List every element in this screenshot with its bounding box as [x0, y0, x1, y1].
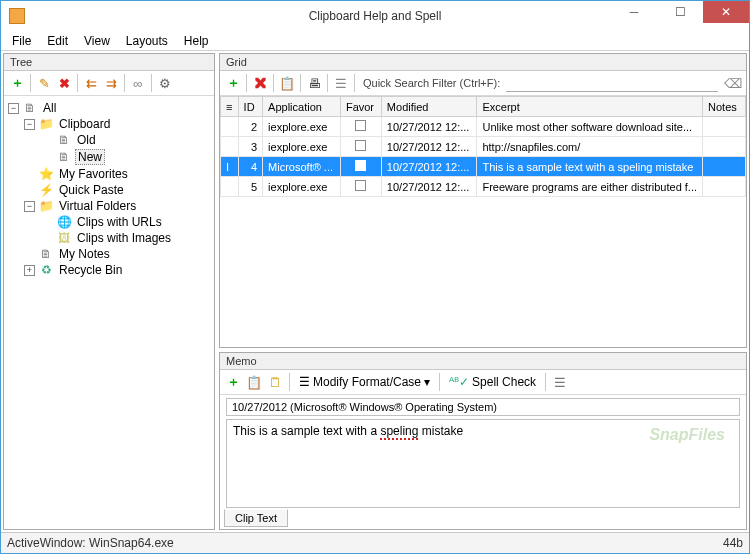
tree-label: Clipboard — [57, 117, 112, 131]
checkbox-icon[interactable] — [355, 160, 366, 171]
tree-node-new[interactable]: 🗎 New — [6, 148, 212, 166]
memo-content[interactable]: This is a sample text with a speling mis… — [226, 419, 740, 508]
memo-text-error: speling — [380, 424, 418, 440]
document-icon: 🗎 — [22, 101, 38, 115]
dropdown-icon: ▾ — [424, 375, 430, 389]
paste-icon[interactable]: 📋 — [245, 373, 263, 391]
maximize-button[interactable]: ☐ — [657, 1, 703, 23]
collapse-toggle-icon[interactable]: − — [24, 119, 35, 130]
cell-favor[interactable] — [340, 177, 381, 197]
row-marker: I — [221, 157, 239, 177]
collapse-toggle-icon[interactable]: − — [24, 201, 35, 212]
wrap-icon[interactable]: ☰ — [551, 373, 569, 391]
modify-format-button[interactable]: ☰ Modify Format/Case ▾ — [295, 374, 434, 390]
tree-node-urls[interactable]: 🌐 Clips with URLs — [6, 214, 212, 230]
minimize-button[interactable]: ─ — [611, 1, 657, 23]
grid-header-row: ≡ ID Application Favor Modified Excerpt … — [221, 97, 746, 117]
cell-id: 2 — [238, 117, 262, 137]
menu-file[interactable]: File — [5, 32, 38, 50]
cell-excerpt: http://snapfiles.com/ — [477, 137, 703, 157]
memo-text-before: This is a sample text with a — [233, 424, 380, 438]
col-excerpt[interactable]: Excerpt — [477, 97, 703, 117]
close-button[interactable]: ✕ — [703, 1, 749, 23]
tree-node-quickpaste[interactable]: ⚡ Quick Paste — [6, 182, 212, 198]
cell-modified: 10/27/2012 12:... — [381, 177, 477, 197]
tree-node-old[interactable]: 🗎 Old — [6, 132, 212, 148]
table-row[interactable]: 2iexplore.exe10/27/2012 12:...Unlike mos… — [221, 117, 746, 137]
cell-favor[interactable] — [340, 157, 381, 177]
cell-id: 4 — [238, 157, 262, 177]
table-row[interactable]: I4Microsoft® ...10/27/2012 12:...This is… — [221, 157, 746, 177]
table-row[interactable]: 3iexplore.exe10/27/2012 12:...http://sna… — [221, 137, 746, 157]
tree-header: Tree — [4, 54, 214, 71]
cell-favor[interactable] — [340, 137, 381, 157]
print-icon[interactable]: 🖶 — [305, 74, 323, 92]
add-icon[interactable]: ＋ — [8, 74, 26, 92]
tree-node-favorites[interactable]: ⭐ My Favorites — [6, 166, 212, 182]
add-icon[interactable]: ＋ — [224, 74, 242, 92]
cell-favor[interactable] — [340, 117, 381, 137]
col-app[interactable]: Application — [263, 97, 341, 117]
link-icon[interactable]: ∞ — [129, 74, 147, 92]
tab-cliptext[interactable]: Clip Text — [224, 509, 288, 527]
add-icon[interactable]: ＋ — [224, 373, 242, 391]
cell-excerpt: Unlike most other software download site… — [477, 117, 703, 137]
copy-icon[interactable]: 📋 — [278, 74, 296, 92]
col-notes[interactable]: Notes — [703, 97, 746, 117]
quick-search-input[interactable] — [506, 74, 718, 92]
grid-table-wrap[interactable]: ≡ ID Application Favor Modified Excerpt … — [220, 96, 746, 347]
filter-icon[interactable]: ☰ — [332, 74, 350, 92]
tree-label: All — [41, 101, 58, 115]
checkbox-icon[interactable] — [355, 180, 366, 191]
menu-help[interactable]: Help — [177, 32, 216, 50]
menu-edit[interactable]: Edit — [40, 32, 75, 50]
tree-label: Old — [75, 133, 98, 147]
delete-icon[interactable]: ✖ — [55, 74, 73, 92]
collapse-toggle-icon[interactable]: − — [8, 103, 19, 114]
status-left: ActiveWindow: WinSnap64.exe — [7, 536, 174, 550]
tree[interactable]: − 🗎 All − 📁 Clipboard 🗎 Old 🗎 New — [4, 96, 214, 529]
tree-node-clipboard[interactable]: − 📁 Clipboard — [6, 116, 212, 132]
cell-app: Microsoft® ... — [263, 157, 341, 177]
cell-id: 5 — [238, 177, 262, 197]
tree-node-all[interactable]: − 🗎 All — [6, 100, 212, 116]
settings-icon[interactable]: ⚙ — [156, 74, 174, 92]
status-bar: ActiveWindow: WinSnap64.exe 44b — [1, 532, 749, 553]
spell-check-button[interactable]: ᴬᴮ✓ Spell Check — [445, 374, 540, 390]
virtual-folder-icon: 📁 — [38, 199, 54, 213]
cell-notes — [703, 157, 746, 177]
col-id[interactable]: ID — [238, 97, 262, 117]
expand-toggle-icon[interactable]: + — [24, 265, 35, 276]
col-modified[interactable]: Modified — [381, 97, 477, 117]
separator — [545, 373, 546, 391]
edit-icon[interactable]: ✎ — [35, 74, 53, 92]
separator — [354, 74, 355, 92]
note-icon[interactable]: 🗒 — [266, 373, 284, 391]
tree-node-virtualfolders[interactable]: − 📁 Virtual Folders — [6, 198, 212, 214]
main-layout: Tree ＋ ✎ ✖ ⇇ ⇉ ∞ ⚙ − 🗎 All − 📁 Clipboard — [1, 51, 749, 532]
cell-modified: 10/27/2012 12:... — [381, 157, 477, 177]
cell-notes — [703, 177, 746, 197]
menu-layouts[interactable]: Layouts — [119, 32, 175, 50]
spell-check-label: Spell Check — [472, 375, 536, 389]
checkbox-icon[interactable] — [355, 140, 366, 151]
expand-icon[interactable]: ⇇ — [82, 74, 100, 92]
status-right: 44b — [723, 536, 743, 550]
delete-icon[interactable]: 🗙 — [251, 74, 269, 92]
clear-search-icon[interactable]: ⌫ — [724, 74, 742, 92]
collapse-icon[interactable]: ⇉ — [102, 74, 120, 92]
checkbox-icon[interactable] — [355, 120, 366, 131]
image-icon: 🖼 — [56, 231, 72, 245]
table-row[interactable]: 5iexplore.exe10/27/2012 12:...Freeware p… — [221, 177, 746, 197]
row-marker — [221, 137, 239, 157]
menu-view[interactable]: View — [77, 32, 117, 50]
col-favor[interactable]: Favor — [340, 97, 381, 117]
tree-node-notes[interactable]: 🗎 My Notes — [6, 246, 212, 262]
grid-table: ≡ ID Application Favor Modified Excerpt … — [220, 96, 746, 197]
separator — [30, 74, 31, 92]
tree-node-recycle[interactable]: + ♻ Recycle Bin — [6, 262, 212, 278]
tree-node-images[interactable]: 🖼 Clips with Images — [6, 230, 212, 246]
tree-label: My Notes — [57, 247, 112, 261]
document-icon: 🗎 — [56, 133, 72, 147]
col-rowheader[interactable]: ≡ — [221, 97, 239, 117]
